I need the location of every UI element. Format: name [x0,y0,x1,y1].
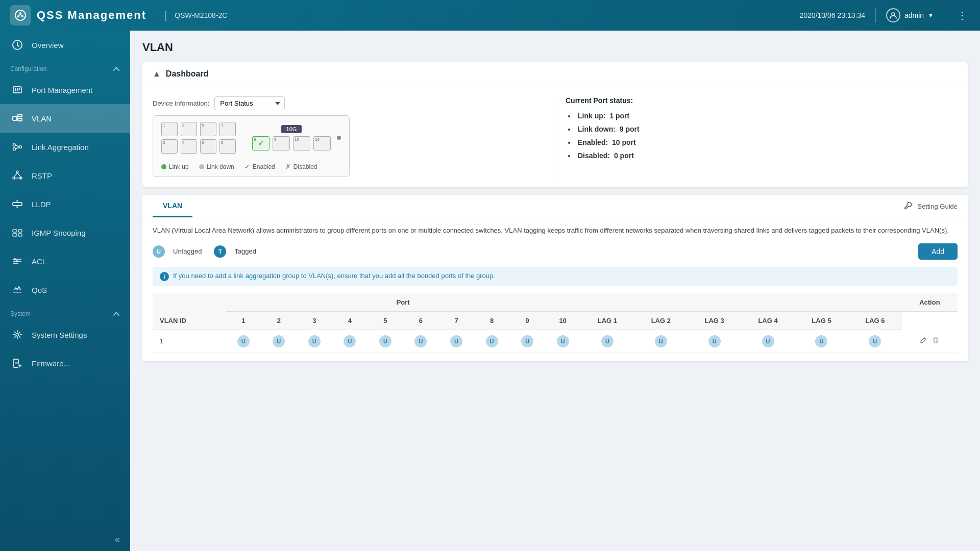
port-10-sfp-bottom[interactable]: 10 [313,136,331,151]
vlan-row1-lag6[interactable]: U [848,330,902,353]
status-enabled: Enabled: 10 port [576,138,958,146]
vlan-row1-lag4[interactable]: U [741,330,795,353]
vlan-row1-port1[interactable]: U [226,330,261,353]
svg-point-40 [14,258,16,260]
device-info-dropdown[interactable]: Port Status VLAN Link Aggregation [214,96,285,110]
sidebar-collapse[interactable]: « [0,528,130,551]
svg-rect-13 [17,90,18,91]
collapse-icon: ▲ [153,69,161,79]
port-legend: Link up Link down ✓ Enabled [161,163,341,170]
system-settings-label: System Settings [32,331,87,339]
sidebar-item-rstp[interactable]: RSTP [0,161,130,190]
port-4-bottom[interactable]: 4 [181,139,197,154]
sidebar-item-igmp[interactable]: IGMP Snooping [0,218,130,247]
device-model: QSW-M2108-2C [175,11,227,19]
untagged-badge: U [153,245,165,258]
vlan-row1-port4[interactable]: U [332,330,368,353]
link-aggregation-label: Link Aggregation [32,143,89,152]
svg-line-4 [18,14,20,16]
vlan-table-body: 1 U U U U U U U U U U U [153,330,958,353]
more-menu-icon[interactable]: ⋮ [954,7,970,24]
rstp-label: RSTP [32,171,52,180]
port-10-sfp-top[interactable]: 10 [293,136,310,151]
vlan-table-header: VLAN ID Port Action 1 2 [153,293,958,330]
svg-rect-11 [19,88,20,90]
vlan-row1-port6[interactable]: U [403,330,439,353]
sidebar-item-port-management[interactable]: Port Management [0,76,130,104]
table-row: 1 U U U U U U U U U U U [153,330,958,353]
header-right: 2020/10/06 23:13:34 admin ▼ ⋮ [800,7,970,24]
port-9-sfp-top[interactable]: 9 ✓ [252,136,270,151]
col-lag-group [580,293,901,312]
link-down-dot [199,164,204,169]
svg-point-31 [16,200,18,202]
setting-guide-button[interactable]: Setting Guide [904,195,958,217]
vlan-row1-lag2[interactable]: U [634,330,688,353]
sidebar-item-firmware[interactable]: Firmware... [0,349,130,378]
info-icon: i [160,272,169,281]
vlan-row1-port8[interactable]: U [474,330,510,353]
add-vlan-button[interactable]: Add [918,243,958,260]
svg-point-20 [13,148,16,151]
port-9-sfp-bottom[interactable]: 9 [273,136,290,151]
edit-icon[interactable] [919,336,927,346]
svg-point-19 [13,144,16,146]
vlan-row1-lag1[interactable]: U [580,330,634,353]
port-5-top[interactable]: 5 [200,122,216,136]
port-1-top[interactable]: 1 [161,122,178,136]
sidebar-item-lldp[interactable]: LLDP [0,190,130,218]
sidebar-item-qos[interactable]: QoS [0,276,130,304]
username: admin [904,11,924,19]
user-menu[interactable]: admin ▼ [886,8,934,22]
vlan-row1-port3[interactable]: U [297,330,332,353]
system-chevron-up-icon[interactable] [113,310,120,317]
more-ports-indicator [337,136,341,140]
tab-vlan[interactable]: VLAN [153,195,192,217]
legend-disabled: ✗ Disabled [285,163,317,170]
port-8-bottom[interactable]: 8 [219,139,236,154]
port-6-bottom[interactable]: 6 [200,139,216,154]
svg-rect-43 [13,359,18,367]
status-link-up: Link up: 1 port [576,112,958,120]
firmware-label: Firmware... [32,359,70,368]
vlan-row1-lag5[interactable]: U [795,330,848,353]
dashboard-body: Device information: Port Status VLAN Lin… [142,86,968,187]
legend-link-down: Link down [199,163,234,170]
info-banner: i If you need to add a link aggregation … [153,267,958,286]
vlan-row1-lag3[interactable]: U [688,330,741,353]
vlan-row1-port10[interactable]: U [545,330,581,353]
user-icon [886,8,900,22]
port-2-bottom[interactable]: 2 [161,139,178,154]
qos-label: QoS [32,286,47,294]
port-status-info: Current Port status: Link up: 1 port Lin… [555,96,958,177]
clock-icon [10,38,24,52]
qos-icon [10,283,24,297]
port-7-top[interactable]: 7 [219,122,236,136]
svg-rect-10 [17,88,18,90]
dashboard-card-header[interactable]: ▲ Dashboard [142,62,968,86]
vlan-row1-port7[interactable]: U [438,330,474,353]
sidebar-item-overview[interactable]: Overview [0,31,130,59]
sidebar-item-link-aggregation[interactable]: Link Aggregation [0,133,130,161]
action-icons [905,336,954,346]
status-link-down: Link down: 9 port [576,125,958,133]
port-3-top[interactable]: 3 [181,122,197,136]
svg-rect-16 [18,118,22,121]
vlan-card: VLAN Setting Guide VLAN (Virtual Local A… [142,195,968,361]
chevron-up-icon[interactable] [113,65,120,72]
svg-point-32 [16,206,18,208]
status-disabled: Disabled: 0 port [576,152,958,160]
svg-rect-30 [13,203,22,206]
svg-point-1 [19,12,21,14]
sidebar-item-system-settings[interactable]: System Settings [0,320,130,349]
vlan-row1-port9[interactable]: U [509,330,545,353]
vlan-row1-port5[interactable]: U [368,330,403,353]
sidebar-item-vlan[interactable]: VLAN [0,104,130,133]
svg-point-21 [19,146,22,148]
tagged-label: Tagged [234,247,256,255]
delete-icon[interactable] [932,336,940,346]
sidebar-item-acl[interactable]: ACL [0,247,130,276]
rstp-icon [10,168,24,183]
vlan-row1-port2[interactable]: U [261,330,297,353]
igmp-label: IGMP Snooping [32,229,86,237]
